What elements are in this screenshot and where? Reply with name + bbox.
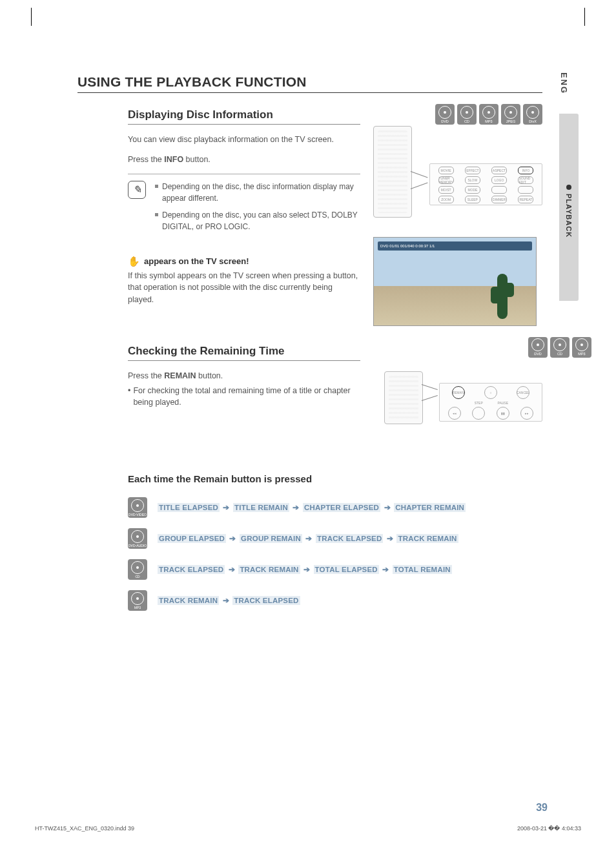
leader-line bbox=[411, 171, 429, 189]
disc-icon-dvd-video: DVD-VIDEO bbox=[128, 497, 147, 518]
crop-mark bbox=[584, 8, 585, 26]
hand-icon: ✋ bbox=[128, 256, 140, 267]
text: Press the bbox=[128, 371, 164, 380]
note-text: Depending on the disc, the disc informat… bbox=[162, 181, 360, 204]
cactus-icon bbox=[497, 274, 508, 319]
bullet-text: For checking the total and remaining tim… bbox=[133, 385, 360, 409]
press-remain-line: Press the REMAIN button. bbox=[128, 370, 360, 382]
warning-body: If this symbol appears on the TV screen … bbox=[128, 270, 360, 306]
sequence-text: TRACK REMAIN ➔ TRACK ELAPSED bbox=[158, 596, 300, 605]
info-button-name: INFO bbox=[164, 155, 183, 164]
disc-icon-dvd: DVD bbox=[435, 104, 455, 125]
press-info-line: Press the INFO button. bbox=[128, 154, 360, 166]
side-tab-section: PLAYBACK bbox=[559, 114, 579, 301]
disc-icon-cd: CD bbox=[128, 559, 147, 580]
remain-button-highlight: REMAIN bbox=[452, 386, 465, 399]
footer-left: HT-TWZ415_XAC_ENG_0320.indd 39 bbox=[35, 825, 134, 832]
bullet-icon: • bbox=[128, 385, 130, 409]
remain-button-name: REMAIN bbox=[164, 371, 196, 380]
remote-illustration-1 bbox=[373, 126, 412, 218]
sequence-text: GROUP ELAPSED ➔ GROUP REMAIN ➔ TRACK ELA… bbox=[158, 534, 458, 543]
disc-icon-mp3: MP3 bbox=[572, 337, 591, 358]
section-title-each-time: Each time the Remain button is pressed bbox=[128, 473, 541, 484]
remote-zoom-remain: REMAIN○CANCEL STEPPAUSE ◂◂▮▮▸▸ bbox=[439, 383, 542, 422]
disc-icons-row-1: DVD CD MP3 JPEG DivX bbox=[435, 104, 542, 125]
note-item: Depending on the disc, you can also sele… bbox=[155, 209, 360, 232]
page-title: USING THE PLAYBACK FUNCTION bbox=[77, 74, 542, 93]
disc-icon-cd: CD bbox=[457, 104, 477, 125]
section-label: PLAYBACK bbox=[565, 194, 573, 238]
section-title-disc-info: Displaying Disc Information bbox=[128, 108, 360, 125]
disc-icon-dvd: DVD bbox=[528, 337, 548, 358]
page-number: 39 bbox=[536, 802, 548, 814]
info-button-highlight: INFO bbox=[518, 167, 533, 174]
sequence-text: TRACK ELAPSED ➔ TRACK REMAIN ➔ TOTAL ELA… bbox=[158, 565, 452, 574]
warning-title-text: appears on the TV screen! bbox=[144, 256, 249, 266]
bullet-line: • For checking the total and remaining t… bbox=[128, 385, 360, 409]
section-title-remaining: Checking the Remaining Time bbox=[128, 345, 360, 361]
sequence-text: TITLE ELAPSED ➔ TITLE REMAIN ➔ CHAPTER E… bbox=[158, 503, 466, 512]
note-icon: ✎ bbox=[128, 181, 146, 199]
remote-zoom-info: MOVIEEFFECTASPECTINFO TUNER MEMORYSLOWLO… bbox=[429, 163, 542, 205]
tv-screenshot: DVD 01/01 001/040 0:00:37 1/1 bbox=[373, 237, 537, 326]
bullet-icon bbox=[566, 185, 571, 190]
sequence-row: DVD-VIDEOTITLE ELAPSED ➔ TITLE REMAIN ➔ … bbox=[128, 497, 541, 518]
remote-illustration-2 bbox=[384, 371, 423, 424]
disc-icon-divx: DivX bbox=[523, 104, 542, 125]
text: button. bbox=[196, 371, 223, 380]
leader-line bbox=[422, 384, 438, 401]
warning-title: ✋ appears on the TV screen! bbox=[128, 256, 360, 267]
text: Press the bbox=[128, 155, 164, 164]
disc-icon-jpeg: JPEG bbox=[501, 104, 520, 125]
intro-text: You can view disc playback information o… bbox=[128, 134, 360, 146]
sequence-row: CDTRACK ELAPSED ➔ TRACK REMAIN ➔ TOTAL E… bbox=[128, 559, 541, 580]
disc-icon-mp3: MP3 bbox=[479, 104, 498, 125]
osd-bar: DVD 01/01 001/040 0:00:37 1/1 bbox=[378, 241, 532, 251]
disc-icon-cd: CD bbox=[550, 337, 570, 358]
footer-right: 2008-03-21 �� 4:04:33 bbox=[517, 825, 581, 832]
sequence-row: MP3TRACK REMAIN ➔ TRACK ELAPSED bbox=[128, 590, 541, 611]
lang-label: ENG bbox=[559, 72, 569, 94]
warning-block: ✋ appears on the TV screen! If this symb… bbox=[128, 256, 360, 306]
bullet-icon bbox=[155, 213, 158, 216]
note-box: ✎ Depending on the disc, the disc inform… bbox=[128, 174, 360, 238]
side-tab-lang: ENG bbox=[559, 72, 575, 94]
sequence-row: DVD-AUDIOGROUP ELAPSED ➔ GROUP REMAIN ➔ … bbox=[128, 528, 541, 549]
disc-icons-row-2: DVD CD MP3 bbox=[528, 337, 591, 358]
crop-mark bbox=[31, 8, 32, 26]
text: button. bbox=[183, 155, 210, 164]
disc-icon-dvd-audio: DVD-AUDIO bbox=[128, 528, 147, 549]
bullet-icon bbox=[155, 185, 158, 188]
disc-icon-mp3: MP3 bbox=[128, 590, 147, 611]
note-item: Depending on the disc, the disc informat… bbox=[155, 181, 360, 204]
note-text: Depending on the disc, you can also sele… bbox=[162, 209, 360, 232]
